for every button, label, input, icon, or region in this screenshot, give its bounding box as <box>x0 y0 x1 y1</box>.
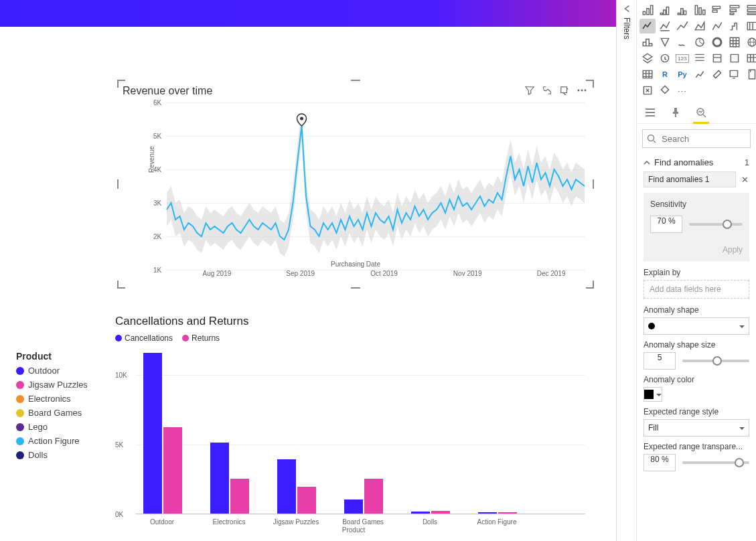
viz-type-icon[interactable] <box>727 19 743 33</box>
y-tick: 0K <box>115 511 123 518</box>
legend-item[interactable]: Board Games <box>16 408 88 418</box>
search-input[interactable] <box>642 129 751 148</box>
svg-point-4 <box>300 117 303 121</box>
chip-close-icon[interactable]: ✕ <box>740 175 749 185</box>
legend-item[interactable]: Jigsaw Puzzles <box>16 380 88 390</box>
sensitivity-slider[interactable] <box>689 223 743 226</box>
viz-type-icon[interactable] <box>709 3 725 17</box>
bar-returns <box>431 511 450 514</box>
viz-type-icon[interactable] <box>727 51 743 66</box>
anomaly-shape-select[interactable] <box>644 317 749 335</box>
apply-button[interactable]: Apply <box>650 233 743 254</box>
bar-group[interactable] <box>344 479 383 514</box>
sensitivity-label: Sensitivity <box>650 200 743 209</box>
viz-type-icon[interactable] <box>744 3 756 17</box>
bar-group[interactable] <box>210 443 249 514</box>
anomaly-marker[interactable] <box>297 114 307 126</box>
transparency-slider[interactable] <box>682 461 749 464</box>
viz-type-icon[interactable] <box>639 19 656 33</box>
svg-point-1 <box>578 90 580 92</box>
viz-type-icon[interactable] <box>744 35 756 50</box>
viz-type-icon[interactable] <box>674 35 690 50</box>
viz-type-icon[interactable] <box>727 67 743 82</box>
viz-type-icon[interactable] <box>657 83 673 98</box>
viz-type-icon[interactable] <box>692 51 708 66</box>
search-icon <box>646 133 657 144</box>
marker-preview <box>648 323 655 329</box>
viz-type-icon[interactable] <box>657 35 673 50</box>
x-tick: Electronics <box>213 518 246 526</box>
explain-by-fieldwell[interactable]: Add data fields here <box>644 280 749 299</box>
viz-type-icon[interactable] <box>674 3 690 17</box>
viz-type-icon[interactable] <box>744 51 756 66</box>
fields-tab[interactable] <box>644 106 657 119</box>
anomaly-color-label: Anomaly color <box>644 375 749 384</box>
selection-handle[interactable] <box>351 287 360 289</box>
chart-legend: Cancellations Returns <box>115 333 592 343</box>
viz-type-icon[interactable] <box>639 83 656 98</box>
viz-type-icon[interactable]: R <box>657 67 673 82</box>
filter-icon[interactable] <box>524 85 535 96</box>
bar-group[interactable] <box>478 512 517 514</box>
legend-item[interactable]: Dolls <box>16 450 88 460</box>
transparency-input[interactable]: 80 % <box>644 454 676 471</box>
more-icon[interactable] <box>577 85 587 96</box>
x-tick: Jigsaw Puzzles <box>273 518 319 526</box>
selection-handle[interactable] <box>351 80 360 81</box>
revenue-over-time-visual[interactable]: Revenue over time Revenue 1K2K3K4K5K6K A… <box>118 80 593 288</box>
legend-item[interactable]: Lego <box>16 422 88 432</box>
cancellations-returns-visual[interactable]: Cancellations and Returns Cancellations … <box>115 315 592 541</box>
viz-type-icon[interactable]: Py <box>674 67 690 82</box>
legend-swatch <box>16 423 24 431</box>
filters-pane-collapsed[interactable]: Filters <box>616 0 636 541</box>
x-tick: Oct 2019 <box>370 270 398 279</box>
bar-group[interactable] <box>143 353 182 514</box>
viz-type-icon[interactable] <box>692 67 708 82</box>
format-tab[interactable] <box>669 106 682 119</box>
viz-type-icon[interactable] <box>709 51 725 66</box>
anomaly-color-select[interactable] <box>644 387 662 402</box>
viz-type-icon[interactable] <box>744 19 756 33</box>
viz-type-icon[interactable] <box>657 3 673 17</box>
viz-type-icon[interactable] <box>727 35 743 50</box>
viz-type-icon[interactable] <box>709 67 725 82</box>
viz-type-icon[interactable] <box>709 19 725 33</box>
anomaly-chip[interactable]: Find anomalies 1 <box>644 171 736 187</box>
selection-handle[interactable] <box>117 179 119 189</box>
bar-group[interactable] <box>277 459 316 514</box>
line-plot-area: Revenue 1K2K3K4K5K6K Aug 2019Sep 2019Oct… <box>149 102 585 270</box>
legend-item[interactable]: Outdoor <box>16 366 88 376</box>
expected-range-style-select[interactable]: Fill <box>644 419 749 437</box>
bar-group[interactable] <box>411 511 450 514</box>
legend-item[interactable]: Electronics <box>16 394 88 404</box>
shape-size-slider[interactable] <box>682 360 749 362</box>
focus-mode-icon[interactable] <box>542 85 552 96</box>
viz-type-icon[interactable] <box>709 35 725 50</box>
viz-type-icon[interactable] <box>657 19 673 33</box>
sensitivity-input[interactable]: 70 % <box>650 216 682 233</box>
legend-swatch <box>16 367 24 375</box>
analytics-tab[interactable] <box>694 106 708 119</box>
viz-type-icon[interactable] <box>674 19 690 33</box>
viz-type-icon[interactable] <box>639 51 656 66</box>
viz-type-icon[interactable] <box>639 3 656 17</box>
find-anomalies-section[interactable]: Find anomalies 1 <box>637 153 756 171</box>
viz-type-icon[interactable] <box>692 19 708 33</box>
viz-type-icon[interactable] <box>744 67 756 82</box>
viz-type-icon[interactable] <box>639 35 656 50</box>
shape-size-input[interactable]: 5 <box>644 352 676 370</box>
svg-rect-9 <box>646 108 655 110</box>
viz-type-icon[interactable] <box>727 3 743 17</box>
legend-item[interactable]: Action Figure <box>16 436 88 446</box>
viz-type-icon[interactable]: 123 <box>674 51 690 66</box>
x-tick: Nov 2019 <box>453 270 482 279</box>
svg-point-6 <box>713 38 721 46</box>
pin-icon[interactable] <box>559 85 570 96</box>
y-tick: 6K <box>153 99 161 106</box>
viz-type-icon[interactable] <box>692 3 708 17</box>
viz-type-icon[interactable] <box>639 67 656 82</box>
viz-type-icon[interactable]: ··· <box>674 83 690 98</box>
viz-type-icon[interactable] <box>657 51 673 66</box>
viz-type-icon[interactable] <box>692 35 708 50</box>
visualization-gallery: 123RPy··· <box>637 0 756 102</box>
